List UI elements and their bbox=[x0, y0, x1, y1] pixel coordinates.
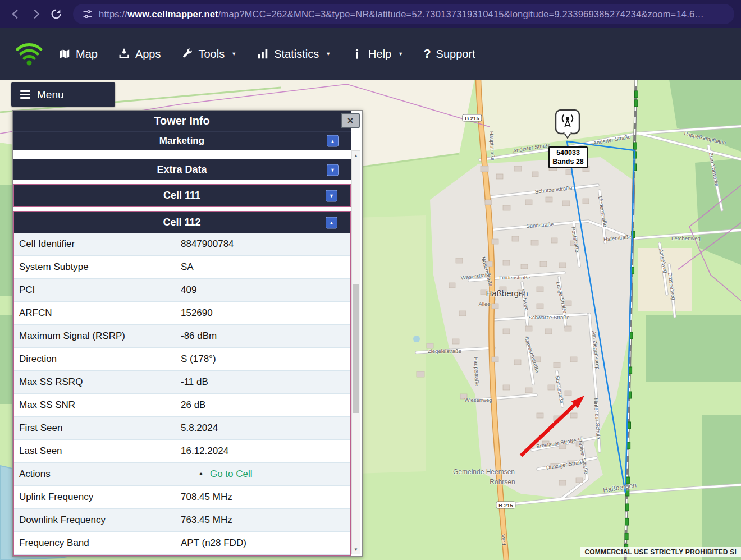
table-row: System SubtypeSA bbox=[14, 256, 350, 279]
table-row: First Seen5.8.2024 bbox=[14, 417, 350, 440]
back-icon bbox=[10, 8, 22, 20]
address-bar[interactable]: https://www.cellmapper.net/map?MCC=262&M… bbox=[73, 4, 734, 24]
row-value: •Go to Cell bbox=[181, 469, 350, 480]
cellmapper-logo-icon[interactable] bbox=[15, 41, 44, 67]
map-copyright: COMMERCIAL USE STRICTLY PROHIBITED Si bbox=[580, 547, 741, 557]
table-row: Actions•Go to Cell bbox=[14, 463, 350, 486]
hamburger-icon bbox=[20, 90, 30, 99]
chevron-down-icon: ▼ bbox=[231, 51, 236, 57]
row-value: 8847900784 bbox=[181, 238, 350, 250]
reload-button[interactable] bbox=[47, 5, 65, 23]
table-row: PCI409 bbox=[14, 279, 350, 302]
cell-112-table: Cell Identifier8847900784System SubtypeS… bbox=[14, 233, 350, 555]
panel-content: Tower Info Marketing ▲ Extra Data ▼ Cell… bbox=[13, 111, 351, 556]
row-label: Max SS SNR bbox=[14, 400, 181, 411]
nav-item-map[interactable]: Map bbox=[58, 48, 98, 61]
back-button[interactable] bbox=[7, 5, 25, 23]
row-value: SA bbox=[181, 261, 350, 273]
browser-toolbar: https://www.cellmapper.net/map?MCC=262&M… bbox=[0, 0, 741, 28]
row-value: 26 dB bbox=[181, 400, 350, 411]
expand-cell-111-button[interactable]: ▼ bbox=[326, 190, 337, 201]
bar-chart-icon bbox=[257, 48, 269, 60]
section-cell-112-header[interactable]: Cell 112 ▲ bbox=[14, 212, 350, 233]
antenna-icon bbox=[555, 109, 580, 139]
section-extra-data[interactable]: Extra Data ▼ bbox=[13, 159, 351, 180]
scroll-up-arrow[interactable]: ▲ bbox=[352, 152, 360, 159]
menu-label: Menu bbox=[37, 89, 64, 101]
table-row: Uplink Frequency708.45 MHz bbox=[14, 486, 350, 509]
site-settings-icon[interactable] bbox=[82, 8, 93, 20]
section-label: Cell 111 bbox=[163, 190, 200, 201]
map-icon bbox=[58, 48, 71, 60]
row-value: APT (n28 FDD) bbox=[181, 538, 350, 549]
collapse-cell-112-button[interactable]: ▲ bbox=[326, 217, 337, 228]
row-value: -11 dB bbox=[181, 377, 350, 388]
expand-extra-data-button[interactable]: ▼ bbox=[327, 164, 339, 176]
question-icon: ? bbox=[423, 47, 431, 61]
menu-button[interactable]: Menu bbox=[11, 82, 115, 107]
row-label: PCI bbox=[14, 284, 181, 296]
section-cell-111-header[interactable]: Cell 111 ▼ bbox=[14, 185, 350, 206]
scrollbar-thumb[interactable] bbox=[353, 284, 359, 413]
forward-button[interactable] bbox=[27, 5, 45, 23]
nav-items: Map Apps Tools ▼ Statistics ▼ Help ▼ bbox=[58, 47, 475, 61]
tower-label: 540033 Bands 28 bbox=[548, 146, 588, 168]
url-text: https://www.cellmapper.net/map?MCC=262&M… bbox=[99, 9, 704, 20]
panel-subtitle: Marketing bbox=[159, 135, 204, 146]
section-label: Extra Data bbox=[157, 164, 207, 176]
nav-label: Tools bbox=[199, 48, 225, 61]
site-navbar: Map Apps Tools ▼ Statistics ▼ Help ▼ bbox=[0, 28, 741, 80]
info-icon bbox=[351, 48, 363, 60]
nav-label: Map bbox=[76, 48, 98, 61]
chevron-down-icon: ▼ bbox=[398, 51, 403, 57]
table-row: ARFCN152690 bbox=[14, 302, 350, 325]
section-cell-111: Cell 111 ▼ bbox=[13, 184, 351, 207]
table-row: Last Seen16.12.2024 bbox=[14, 440, 350, 463]
scroll-down-arrow[interactable]: ▼ bbox=[352, 545, 360, 553]
download-icon bbox=[118, 48, 130, 60]
table-row: Max SS RSRQ-11 dB bbox=[14, 371, 350, 394]
url-domain: www.cellmapper.net bbox=[127, 9, 218, 19]
panel-scrollbar[interactable]: ▲ ▼ bbox=[351, 150, 360, 554]
bullet-icon: • bbox=[199, 469, 203, 479]
tower-bands: Bands 28 bbox=[551, 158, 586, 167]
go-to-cell-link[interactable]: Go to Cell bbox=[210, 469, 253, 479]
close-button[interactable]: × bbox=[341, 113, 360, 128]
marketing-collapsed-area bbox=[13, 150, 351, 159]
row-value: 152690 bbox=[181, 307, 350, 319]
collapse-marketing-button[interactable]: ▲ bbox=[327, 135, 339, 147]
row-label: Maximum Signal (RSRP) bbox=[14, 331, 181, 342]
tower-id: 540033 bbox=[551, 149, 586, 158]
row-value: 409 bbox=[181, 284, 350, 296]
row-label: Actions bbox=[14, 469, 181, 480]
row-label: Max SS RSRQ bbox=[14, 377, 181, 388]
table-row: Cell Identifier8847900784 bbox=[14, 233, 350, 256]
row-value: 16.12.2024 bbox=[181, 446, 350, 457]
row-label: Direction bbox=[14, 354, 181, 365]
nav-label: Support bbox=[436, 48, 475, 61]
table-row: Frequency BandAPT (n28 FDD) bbox=[14, 532, 350, 555]
row-label: Downlink Frequency bbox=[14, 515, 181, 526]
forward-icon bbox=[30, 8, 42, 20]
table-row: Maximum Signal (RSRP)-86 dBm bbox=[14, 325, 350, 348]
panel-subheader: Marketing ▲ bbox=[13, 131, 351, 150]
nav-item-help[interactable]: Help ▼ bbox=[351, 48, 403, 61]
row-label: Uplink Frequency bbox=[14, 492, 181, 503]
row-value: 708.45 MHz bbox=[181, 492, 350, 503]
tower-marker[interactable] bbox=[555, 109, 580, 139]
nav-label: Statistics bbox=[274, 48, 319, 61]
url-path: /map?MCC=262&MNC=3&type=NR&latitude=52.7… bbox=[218, 9, 704, 19]
table-row: DirectionS (178°) bbox=[14, 348, 350, 371]
panel-title: Tower Info bbox=[154, 114, 210, 127]
tower-info-panel: Tower Info Marketing ▲ Extra Data ▼ Cell… bbox=[12, 110, 363, 557]
table-row: Max SS SNR26 dB bbox=[14, 394, 350, 417]
url-scheme: https:// bbox=[99, 9, 127, 19]
row-label: System Subtype bbox=[14, 261, 181, 273]
row-label: First Seen bbox=[14, 423, 181, 434]
nav-item-statistics[interactable]: Statistics ▼ bbox=[257, 48, 331, 61]
nav-item-support[interactable]: ? Support bbox=[423, 47, 475, 61]
nav-item-apps[interactable]: Apps bbox=[118, 48, 161, 61]
nav-item-tools[interactable]: Tools ▼ bbox=[181, 48, 237, 61]
row-label: ARFCN bbox=[14, 307, 181, 319]
nav-label: Apps bbox=[135, 48, 161, 61]
